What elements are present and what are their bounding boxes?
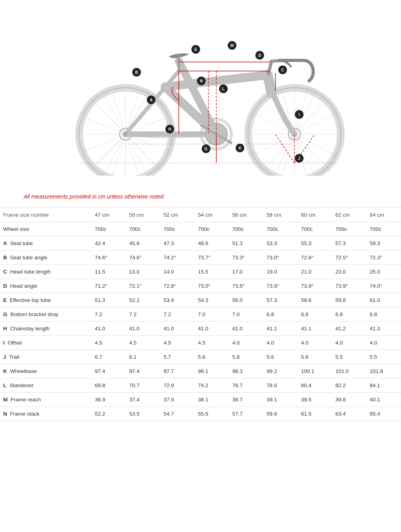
- row-value: 53.3: [264, 236, 298, 251]
- svg-text:J: J: [298, 156, 300, 161]
- table-row: A Seat tube42.445.647.348.651.353.355.35…: [0, 236, 401, 251]
- row-value: 76.7: [229, 378, 264, 393]
- row-value: 39.5: [298, 393, 332, 407]
- svg-text:M: M: [230, 43, 234, 48]
- row-value: 54.7: [160, 407, 195, 421]
- row-value: 97.4: [92, 364, 126, 378]
- svg-text:A: A: [150, 98, 152, 102]
- row-value: 73.0°: [195, 279, 229, 293]
- row-value: 47 cm: [92, 208, 126, 222]
- row-value: 41.0: [126, 322, 160, 336]
- row-value: 97.7: [160, 364, 195, 378]
- row-value: 65.4: [367, 407, 401, 421]
- row-value: 7.2: [92, 307, 126, 322]
- row-value: 700c: [332, 222, 367, 236]
- row-value: 50 cm: [126, 208, 160, 222]
- table-row: K Wheelbase97.497.497.798.198.399.2100.1…: [0, 364, 401, 378]
- row-letter: B: [3, 255, 7, 260]
- row-value: 48.6: [195, 236, 229, 251]
- row-value: 4.5: [195, 336, 229, 350]
- row-value: 56.0: [229, 293, 264, 307]
- row-value: 59.6: [264, 407, 298, 421]
- row-value: 72.8°: [298, 251, 332, 265]
- svg-text:D: D: [258, 53, 261, 58]
- row-value: 101.0: [332, 364, 367, 378]
- row-value: 39.8: [332, 393, 367, 407]
- row-value: 5.6: [298, 350, 332, 364]
- row-value: 21.0: [298, 265, 332, 279]
- svg-text:H: H: [168, 127, 171, 131]
- row-value: 38.7: [229, 393, 264, 407]
- row-value: 73.7°: [195, 251, 229, 265]
- row-value: 98.1: [195, 364, 229, 378]
- row-value: 99.2: [264, 364, 298, 378]
- row-value: 5.5: [332, 350, 367, 364]
- page-container: A B C D E G H I J K: [0, 0, 401, 429]
- row-value: 70.7: [126, 378, 160, 393]
- row-value: 41.0: [92, 322, 126, 336]
- row-value: 45.6: [126, 236, 160, 251]
- row-value: 55.3: [298, 236, 332, 251]
- row-value: 98.3: [229, 364, 264, 378]
- row-label: N Frame stack: [0, 407, 92, 421]
- row-value: 700c: [160, 222, 195, 236]
- row-value: 61.5: [298, 407, 332, 421]
- row-letter: N: [3, 411, 7, 417]
- bike-diagram: A B C D E G H I J K: [0, 8, 401, 178]
- row-value: 47.3: [160, 236, 195, 251]
- row-value: 700c: [367, 222, 401, 236]
- row-value: 700c: [126, 222, 160, 236]
- row-label: D Head angle: [0, 279, 92, 293]
- row-value: 700c: [92, 222, 126, 236]
- row-value: 6.8: [298, 307, 332, 322]
- row-value: 5.7: [160, 350, 195, 364]
- row-value: 6.1: [126, 350, 160, 364]
- svg-text:E: E: [195, 47, 197, 52]
- row-value: 101.8: [367, 364, 401, 378]
- row-value: 4.0: [229, 336, 264, 350]
- table-row: M Frame reach36.937.437.938.138.739.139.…: [0, 393, 401, 407]
- row-value: 73.0°: [264, 251, 298, 265]
- row-label: J Trail: [0, 350, 92, 364]
- row-value: 700c: [195, 222, 229, 236]
- row-value: 73.9°: [298, 279, 332, 293]
- table-row: Frame size number47 cm50 cm52 cm54 cm56 …: [0, 208, 401, 222]
- row-value: 37.9: [160, 393, 195, 407]
- row-value: 38.1: [195, 393, 229, 407]
- svg-text:C: C: [281, 68, 284, 72]
- row-value: 6.8: [332, 307, 367, 322]
- row-letter: M: [3, 397, 7, 403]
- table-row: E Effective top tube51.352.153.454.356.0…: [0, 293, 401, 307]
- row-value: 41.1: [298, 322, 332, 336]
- row-value: 51.3: [92, 293, 126, 307]
- row-value: 7.0: [229, 307, 264, 322]
- row-value: 14.0: [160, 265, 195, 279]
- row-value: 41.0: [195, 322, 229, 336]
- svg-point-39: [124, 132, 127, 136]
- table-row: G Bottom bracket drop7.27.27.27.07.06.86…: [0, 307, 401, 322]
- row-value: 63.4: [332, 407, 367, 421]
- row-value: 6.7: [92, 350, 126, 364]
- row-value: 4.0: [298, 336, 332, 350]
- row-label: M Frame reach: [0, 393, 92, 407]
- row-letter: K: [3, 368, 7, 374]
- row-value: 13.0: [126, 265, 160, 279]
- row-value: 5.8: [229, 350, 264, 364]
- row-value: 53.5: [126, 407, 160, 421]
- row-value: 42.4: [92, 236, 126, 251]
- row-value: 19.0: [264, 265, 298, 279]
- row-value: 62 cm: [332, 208, 367, 222]
- row-value: 61.0: [367, 293, 401, 307]
- row-value: 5.5: [367, 350, 401, 364]
- table-row: H Chainstay length41.041.041.041.041.041…: [0, 322, 401, 336]
- row-label: C Head tube length: [0, 265, 92, 279]
- row-value: 60 cm: [298, 208, 332, 222]
- row-label: A Seat tube: [0, 236, 92, 251]
- row-letter: H: [3, 326, 7, 332]
- table-row: I Offset4.54.54.54.54.04.04.04.04.0: [0, 336, 401, 350]
- row-value: 41.2: [332, 322, 367, 336]
- row-value: 69.8: [92, 378, 126, 393]
- row-value: 54.3: [195, 293, 229, 307]
- row-value: 74.6°: [126, 251, 160, 265]
- row-letter: D: [3, 283, 7, 289]
